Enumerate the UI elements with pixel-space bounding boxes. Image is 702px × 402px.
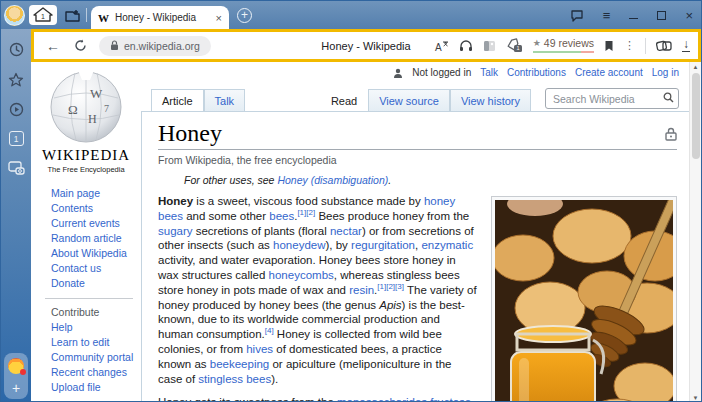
toolbar-overflow-icon[interactable]: ⋮ — [624, 39, 635, 52]
new-tab-button[interactable]: + — [237, 8, 252, 23]
hatnote: For other uses, see Honey (disambiguatio… — [184, 174, 677, 186]
tab-groups-icon[interactable] — [656, 39, 672, 52]
reload-button[interactable] — [74, 39, 87, 52]
home-button[interactable]: 1 — [29, 5, 57, 25]
personal-link-create-account[interactable]: Create account — [575, 67, 643, 78]
browser-sidebar: 1 + — [1, 29, 31, 402]
article-thumbnail[interactable] — [491, 196, 677, 401]
translate-icon[interactable]: A — [434, 39, 449, 52]
sidebar-divider — [45, 298, 133, 299]
svg-text:1: 1 — [41, 13, 45, 20]
wikipedia-favicon: W — [98, 12, 109, 24]
screenshot-icon[interactable] — [8, 159, 25, 176]
scrollbar-thumb[interactable] — [692, 73, 700, 159]
tabs-panel-icon[interactable]: 1 — [9, 131, 24, 146]
article-tabs: Article Talk Read View source View histo… — [141, 84, 689, 111]
personal-bar: Not logged in Talk Contributions Create … — [393, 67, 679, 78]
sidebar-section-contribute: Contribute — [51, 306, 141, 318]
sidebar-bottom-panel: + — [4, 353, 28, 399]
lock-icon — [110, 40, 119, 51]
close-button[interactable]: × — [685, 9, 693, 22]
sidebar-item-contents[interactable]: Contents — [51, 202, 93, 214]
sidebar-contribute-list: Help Learn to edit Community portal Rece… — [51, 320, 141, 395]
bookmarks-icon[interactable] — [8, 71, 25, 88]
sidebar-item-recent-changes[interactable]: Recent changes — [51, 366, 127, 378]
protection-lock-icon — [665, 127, 677, 141]
page-title-display: Honey - Wikipedia — [321, 40, 410, 52]
maximize-button[interactable] — [657, 11, 666, 20]
media-play-icon[interactable] — [8, 101, 25, 118]
svg-text:W: W — [90, 86, 103, 101]
sidebar-item-upload-file[interactable]: Upload file — [51, 381, 101, 393]
new-tab-group-button[interactable] — [62, 5, 82, 25]
reviews-label: 49 reviews — [544, 38, 594, 49]
tab-close-icon[interactable]: × — [216, 12, 222, 24]
feedback-icon[interactable] — [570, 9, 584, 22]
notification-dot — [20, 369, 26, 375]
svg-text:1: 1 — [516, 45, 519, 51]
scrollbar[interactable]: ▲ ▼ — [689, 62, 701, 402]
svg-text:7: 7 — [104, 103, 109, 114]
reviews-badge[interactable]: ★ 49 reviews — [533, 38, 594, 53]
personal-link-contributions[interactable]: Contributions — [507, 67, 566, 78]
tab-view-history[interactable]: View history — [450, 89, 531, 111]
tab-view-source[interactable]: View source — [368, 89, 450, 111]
sidebar-item-learn-to-edit[interactable]: Learn to edit — [51, 336, 109, 348]
article-subtitle: From Wikipedia, the free encyclopedia — [158, 154, 677, 166]
add-button[interactable]: + — [12, 382, 20, 394]
browser-tab[interactable]: W Honey - Wikipedia × — [91, 6, 229, 29]
personal-link-talk[interactable]: Talk — [480, 67, 498, 78]
history-icon[interactable] — [8, 41, 25, 58]
read-aloud-icon[interactable] — [459, 39, 473, 52]
minimize-button[interactable] — [629, 18, 638, 20]
titlebar: 1 W Honey - Wikipedia × + ≡ × — [1, 1, 701, 29]
price-tag-icon[interactable]: 1 — [506, 38, 523, 53]
article-content: Honey From Wikipedia, the free encyclope… — [141, 111, 689, 401]
sidebar-item-current-events[interactable]: Current events — [51, 217, 120, 229]
tab-read[interactable]: Read — [320, 89, 368, 111]
sidebar-item-community-portal[interactable]: Community portal — [51, 351, 133, 363]
sidebar-item-contact-us[interactable]: Contact us — [51, 262, 101, 274]
address-toolbar: ← en.wikipedia.org Honey - Wikipedia A — [31, 29, 701, 62]
svg-text:H: H — [88, 112, 97, 126]
bookmark-icon[interactable] — [604, 40, 614, 52]
sidebar-nav: Main page Contents Current events Random… — [51, 186, 141, 291]
new-tab-group-icon — [64, 8, 81, 23]
personal-link-log-in[interactable]: Log in — [652, 67, 679, 78]
reading-list-icon[interactable] — [483, 40, 496, 52]
account-icon[interactable] — [8, 358, 24, 374]
honey-jar-photo — [495, 200, 673, 401]
search-icon[interactable] — [663, 92, 674, 105]
back-button[interactable]: ← — [46, 39, 60, 53]
search-input[interactable] — [545, 88, 679, 109]
wikipedia-tagline: The Free Encyclopedia — [31, 165, 141, 174]
browser-window: 1 W Honey - Wikipedia × + ≡ × — [0, 0, 702, 402]
user-icon — [393, 68, 403, 78]
titlebar-separator — [86, 8, 87, 22]
download-icon[interactable]: ↓ — [682, 39, 690, 52]
tab-article[interactable]: Article — [151, 89, 204, 111]
wikipedia-globe-logo[interactable]: Ω W H 7 — [48, 68, 124, 144]
sidebar-item-random-article[interactable]: Random article — [51, 232, 122, 244]
toolbar-actions: A 1 ★ 49 reviews — [434, 38, 690, 54]
svg-text:A: A — [435, 42, 442, 52]
sidebar-item-donate[interactable]: Donate — [51, 277, 85, 289]
scroll-down-icon[interactable]: ▼ — [693, 395, 699, 401]
sidebar-item-about-wikipedia[interactable]: About Wikipedia — [51, 247, 127, 259]
sidebar-item-help[interactable]: Help — [51, 321, 73, 333]
tab-talk[interactable]: Talk — [204, 89, 246, 111]
star-icon: ★ — [533, 39, 541, 48]
article-title: Honey — [158, 120, 222, 147]
url-text: en.wikipedia.org — [124, 40, 200, 52]
menu-button[interactable]: ≡ — [603, 9, 611, 22]
url-chip[interactable]: en.wikipedia.org — [99, 36, 211, 56]
wiki-sidebar: Ω W H 7 WIKIPEDIA The Free Encyclopedia … — [31, 66, 141, 402]
profile-avatar[interactable] — [4, 5, 25, 26]
scroll-up-icon[interactable]: ▲ — [693, 64, 699, 70]
reviews-sentiment-bar — [533, 51, 594, 53]
not-logged-in-label: Not logged in — [412, 67, 471, 78]
article-heading-row: Honey — [158, 120, 677, 150]
sidebar-item-main-page[interactable]: Main page — [51, 187, 100, 199]
window-controls: ≡ × — [570, 1, 693, 29]
wikipedia-wordmark[interactable]: WIKIPEDIA — [31, 147, 141, 164]
